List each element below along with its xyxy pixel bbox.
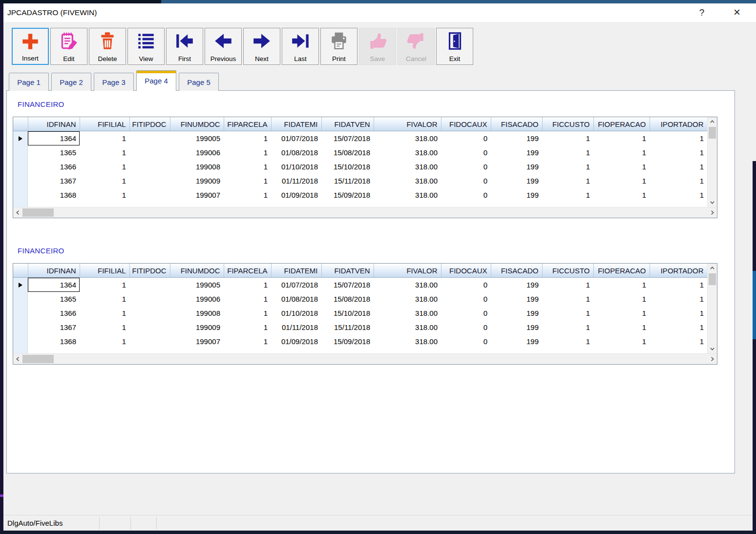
- scroll-down-button[interactable]: [708, 345, 717, 353]
- cell-idfinan[interactable]: 1364: [28, 131, 80, 146]
- toolbar-button-delete[interactable]: Delete: [89, 28, 126, 65]
- cell-fivalor[interactable]: 318.00: [374, 160, 441, 174]
- cell-fivalor[interactable]: 318.00: [374, 334, 441, 349]
- toolbar-button-view[interactable]: View: [127, 28, 165, 65]
- row-selector-cell[interactable]: [13, 160, 28, 174]
- cell-fifilial[interactable]: 1: [80, 174, 129, 188]
- cell-finumdoc[interactable]: 199009: [170, 320, 224, 334]
- cell-fisacado[interactable]: 199: [491, 160, 542, 174]
- horizontal-scrollbar-thumb[interactable]: [22, 208, 54, 217]
- cell-fiparcela[interactable]: 1: [224, 334, 271, 349]
- cell-iportador[interactable]: 1: [650, 160, 707, 174]
- tab-page-5[interactable]: Page 5: [179, 73, 219, 91]
- cell-fioperacao[interactable]: 1: [593, 145, 650, 160]
- row-selector-cell[interactable]: [13, 292, 28, 306]
- toolbar-button-print[interactable]: Print: [320, 28, 357, 65]
- column-header-iportador[interactable]: IPORTADOR: [650, 117, 707, 131]
- cell-iportador[interactable]: 1: [650, 278, 707, 292]
- cell-finumdoc[interactable]: 199009: [170, 174, 224, 188]
- cell-fifilial[interactable]: 1: [80, 292, 129, 306]
- column-header-ficcusto[interactable]: FICCUSTO: [542, 117, 593, 131]
- cell-fidocaux[interactable]: 0: [441, 278, 491, 292]
- column-header-fifilial[interactable]: FIFILIAL: [80, 264, 129, 278]
- tab-page-1[interactable]: Page 1: [9, 73, 49, 91]
- cell-fidatven[interactable]: 15/08/2018: [321, 145, 374, 160]
- toolbar-button-previous[interactable]: Previous: [205, 28, 242, 65]
- cell-idfinan[interactable]: 1367: [28, 174, 80, 188]
- column-header-fitipdoc[interactable]: FITIPDOC: [129, 264, 170, 278]
- scroll-right-button[interactable]: [708, 354, 716, 364]
- cell-fisacado[interactable]: 199: [491, 334, 542, 349]
- cell-fioperacao[interactable]: 1: [593, 160, 650, 174]
- cell-ficcusto[interactable]: 1: [542, 306, 593, 320]
- column-header-fisacado[interactable]: FISACADO: [491, 264, 542, 278]
- cell-fidatemi[interactable]: 01/07/2018: [271, 131, 321, 146]
- column-header-ficcusto[interactable]: FICCUSTO: [542, 264, 593, 278]
- column-header-fidatven[interactable]: FIDATVEN: [321, 264, 374, 278]
- cell-fidatemi[interactable]: 01/08/2018: [271, 292, 321, 306]
- toolbar-button-next[interactable]: Next: [243, 28, 280, 65]
- cell-fidocaux[interactable]: 0: [441, 334, 491, 349]
- column-header-fidatemi[interactable]: FIDATEMI: [271, 264, 321, 278]
- cell-fidocaux[interactable]: 0: [441, 188, 491, 202]
- column-header-fioperacao[interactable]: FIOPERACAO: [593, 117, 650, 131]
- cell-fisacado[interactable]: 199: [491, 292, 542, 306]
- column-header-finumdoc[interactable]: FINUMDOC: [170, 264, 224, 278]
- cell-fifilial[interactable]: 1: [80, 188, 129, 202]
- cell-fioperacao[interactable]: 1: [593, 320, 650, 334]
- row-selector-cell[interactable]: [13, 131, 28, 146]
- cell-fisacado[interactable]: 199: [491, 174, 542, 188]
- tab-page-3[interactable]: Page 3: [94, 73, 134, 91]
- cell-fiparcela[interactable]: 1: [224, 145, 271, 160]
- cell-finumdoc[interactable]: 199008: [170, 306, 224, 320]
- cell-fidocaux[interactable]: 0: [441, 292, 491, 306]
- cell-ficcusto[interactable]: 1: [542, 145, 593, 160]
- cell-fitipdoc[interactable]: [129, 306, 170, 320]
- toolbar-button-last[interactable]: Last: [282, 28, 319, 65]
- cell-iportador[interactable]: 1: [650, 131, 707, 146]
- cell-ficcusto[interactable]: 1: [542, 160, 593, 174]
- cell-fidatemi[interactable]: 01/10/2018: [271, 160, 321, 174]
- column-header-fivalor[interactable]: FIVALOR: [374, 117, 441, 131]
- horizontal-scrollbar-thumb[interactable]: [22, 355, 54, 363]
- vertical-scrollbar[interactable]: [707, 264, 717, 353]
- cell-fiparcela[interactable]: 1: [224, 131, 271, 146]
- cell-fioperacao[interactable]: 1: [593, 188, 650, 202]
- cell-fidatven[interactable]: 15/09/2018: [321, 188, 374, 202]
- column-header-fidocaux[interactable]: FIDOCAUX: [441, 264, 491, 278]
- cell-fidatemi[interactable]: 01/09/2018: [271, 334, 321, 349]
- cell-ficcusto[interactable]: 1: [542, 278, 593, 292]
- cell-fitipdoc[interactable]: [129, 292, 170, 306]
- cell-fitipdoc[interactable]: [129, 145, 170, 160]
- cell-fifilial[interactable]: 1: [80, 306, 129, 320]
- cell-fidatemi[interactable]: 01/09/2018: [271, 188, 321, 202]
- cell-ficcusto[interactable]: 1: [542, 334, 593, 349]
- cell-iportador[interactable]: 1: [650, 174, 707, 188]
- cell-iportador[interactable]: 1: [650, 188, 707, 202]
- cell-fisacado[interactable]: 199: [491, 131, 542, 146]
- cell-fifilial[interactable]: 1: [80, 131, 129, 146]
- row-selector-cell[interactable]: [13, 174, 28, 188]
- row-selector-cell[interactable]: [13, 334, 28, 349]
- cell-fiparcela[interactable]: 1: [224, 278, 271, 292]
- column-header-fidatemi[interactable]: FIDATEMI: [271, 117, 321, 131]
- scroll-left-button[interactable]: [14, 207, 22, 218]
- row-selector-header[interactable]: [13, 264, 28, 278]
- column-header-fitipdoc[interactable]: FITIPDOC: [129, 117, 170, 131]
- row-selector-cell[interactable]: [13, 145, 28, 160]
- cell-finumdoc[interactable]: 199006: [170, 292, 224, 306]
- column-header-fisacado[interactable]: FISACADO: [491, 117, 542, 131]
- cell-finumdoc[interactable]: 199007: [170, 334, 224, 349]
- cell-fidocaux[interactable]: 0: [441, 145, 491, 160]
- cell-fiparcela[interactable]: 1: [224, 292, 271, 306]
- cell-fidatven[interactable]: 15/09/2018: [321, 334, 374, 349]
- cell-fitipdoc[interactable]: [129, 174, 170, 188]
- cell-fisacado[interactable]: 199: [491, 320, 542, 334]
- cell-fiparcela[interactable]: 1: [224, 320, 271, 334]
- help-button[interactable]: ?: [694, 3, 709, 22]
- cell-idfinan[interactable]: 1365: [28, 292, 80, 306]
- cell-fidocaux[interactable]: 0: [441, 174, 491, 188]
- column-header-fivalor[interactable]: FIVALOR: [374, 264, 441, 278]
- column-header-fidocaux[interactable]: FIDOCAUX: [441, 117, 491, 131]
- cell-fiparcela[interactable]: 1: [224, 306, 271, 320]
